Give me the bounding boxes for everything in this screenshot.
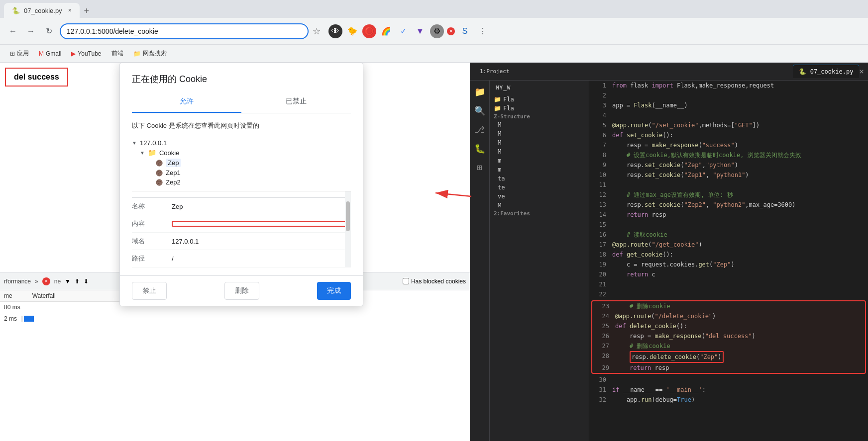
line-num-13: 13 [591,200,606,210]
line-code-13: resp.set_cookie("Zep2", "python2",max_ag… [612,200,796,210]
svg-point-4 [156,170,162,176]
tree-cookie-zep2[interactable]: Zep2 [132,177,351,187]
sidebar-git-icon[interactable]: ⎇ [471,120,489,138]
done-button[interactable]: 完成 [317,282,351,300]
code-line-21: 21 [589,279,868,289]
line-code-17: @app.route("/get_cookie") [612,240,702,250]
address-bar[interactable] [60,23,309,39]
delete-button[interactable]: 删除 [224,282,259,300]
block-button[interactable]: 禁止 [132,282,167,300]
sidebar-project-icon[interactable]: 📁 [471,83,489,100]
tab-allow[interactable]: 允许 [132,91,241,113]
sidebar-search-icon[interactable]: 🔍 [471,101,489,119]
explorer-item-m7[interactable]: M [490,201,589,210]
extension-icon-9[interactable]: S [458,24,472,38]
extension-icon-2[interactable]: 🐤 [345,24,359,38]
line-code-9: resp.set_cookie("Zep","python") [612,160,738,170]
extension-icon-3[interactable]: ⭕ [362,24,376,38]
more-button[interactable]: ⋮ [476,24,490,38]
line-num-6: 6 [591,130,606,140]
extension-icon-4[interactable]: 🌈 [379,24,393,38]
reload-button[interactable]: ↻ [42,24,56,38]
tree-host[interactable]: ▼ 127.0.0.1 [132,138,351,148]
explorer-item-m4[interactable]: M [490,147,589,156]
explorer-item-m6[interactable]: m [490,165,589,174]
extension-icon-8[interactable]: ✕ [447,27,455,35]
bookmark-wangpan-label: 网盘搜索 [143,49,167,58]
code-editor: 1 from flask import Flask,make_response,… [589,81,868,441]
upload-icon[interactable]: ⬆ [75,278,80,285]
has-blocked-cookies-checkbox[interactable] [403,278,409,284]
tab-close[interactable]: × [68,7,72,14]
extension-icon-1[interactable]: 👁 [328,24,342,38]
line-code-24: @app.route("/delete_cookie") [615,311,716,321]
line-code-11 [612,180,616,190]
tree-cookie-zep1[interactable]: Zep1 [132,168,351,177]
tab-blocked[interactable]: 已禁止 [241,91,351,113]
svg-point-6 [159,171,161,173]
line-code-15 [612,220,616,230]
code-line-16: 16 # 读取cookie [589,230,868,240]
scrollbar-thumb[interactable] [346,201,350,231]
explorer-item-ve[interactable]: ve [490,192,589,201]
sidebar-debug-icon[interactable]: 🐛 [471,139,489,157]
star-icon[interactable]: ☆ [313,26,321,37]
line-num-20: 20 [591,269,606,279]
explorer-item-m3[interactable]: M [490,138,589,147]
browser-tab[interactable]: 🐍 07_cookie.py × [4,3,80,18]
new-tab-button[interactable]: + [80,4,94,18]
line-code-21 [612,279,616,289]
bookmark-gmail[interactable]: M Gmail [35,48,65,59]
expand-icon[interactable]: » [35,278,38,285]
code-line-17: 17 @app.route("/get_cookie") [589,240,868,250]
cookie-zep2-label: Zep2 [166,178,181,186]
extension-icon-6[interactable]: ▼ [413,24,427,38]
code-line-30: 30 [589,375,868,385]
explorer-item-m1[interactable]: M [490,120,589,129]
download-icon[interactable]: ⬇ [84,278,89,285]
explorer-item-ta[interactable]: ta [490,174,589,183]
scrollbar[interactable] [345,191,351,267]
line-num-2: 2 [591,90,606,100]
detail-domain-label: 域名 [132,237,172,246]
explorer-item-fla1[interactable]: 📁 Fla [490,95,589,104]
extension-icon-7[interactable]: ⚙ [430,24,444,38]
explorer-item-fla2[interactable]: 📁 Fla [490,104,589,113]
forward-button[interactable]: → [24,24,38,38]
explorer-fla1-label: Fla [503,96,514,103]
bookmark-qianduan[interactable]: 前端 [108,47,127,60]
bookmark-wangpan[interactable]: 📁 网盘搜索 [129,47,171,60]
host-label: 127.0.0.1 [140,139,167,147]
tab-title: 07_cookie.py [24,7,62,14]
delete-cookie-highlight: resp.delete_cookie("Zep") [630,351,724,363]
has-blocked-cookies-label[interactable]: Has blocked cookies [403,278,466,285]
bookmark-apps[interactable]: ⊞ 应用 [6,47,33,60]
back-button[interactable]: ← [6,24,20,38]
bookmark-qianduan-label: 前端 [111,49,123,58]
tree-cookie-zep[interactable]: Zep [132,158,351,168]
file-tab[interactable]: 🐍 07_cookie.py [793,65,859,78]
sidebar-extensions-icon[interactable]: ⊞ [471,158,489,176]
extension-icon-5[interactable]: ✓ [396,24,410,38]
performance-label: rformance [4,278,31,285]
code-line-32: 32 app.run(debug=True) [589,395,868,405]
tree-cookie-folder[interactable]: ▼ 📁 Cookie [132,148,351,158]
line-code-5: @app.route("/set_cookie",methods=["GET"]… [612,120,760,130]
devtools-tabs: 1:Project 🐍 07_cookie.py × [470,63,868,81]
code-line-24: 24 @app.route("/delete_cookie") [592,311,865,321]
z-structure-label: Z-Structure [490,113,589,120]
dropdown-icon[interactable]: ▼ [65,278,71,285]
time-label: 80 ms [4,304,20,311]
project-tab[interactable]: 1:Project [474,65,516,78]
line-num-23: 23 [594,301,609,311]
explorer-item-te[interactable]: te [490,183,589,192]
explorer-header: my_w [490,81,589,95]
explorer-item-m2[interactable]: M [490,129,589,138]
dialog-title: 正在使用的 Cookie [132,73,351,85]
bookmark-youtube[interactable]: ▶ YouTube [67,48,105,59]
devtools-close[interactable]: × [859,67,864,76]
explorer-item-m5[interactable]: m [490,156,589,165]
line-num-8: 8 [591,150,606,160]
close-panel-button[interactable]: × [42,277,50,285]
code-line-10: 10 resp.set_cookie("Zep1", "python1") [589,170,868,180]
